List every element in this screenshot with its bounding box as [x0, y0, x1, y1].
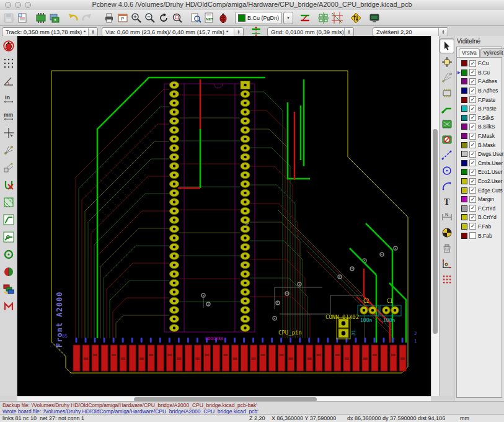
layer-visibility-checkbox[interactable]: ✓	[469, 106, 476, 112]
layer-selector[interactable]: B.Cu (PgDn)	[235, 12, 282, 24]
layer-row-margin[interactable]: ✓Margin	[457, 195, 502, 204]
component-j1[interactable]: J1	[337, 318, 356, 339]
layer-color-swatch[interactable]	[461, 169, 467, 175]
layer-visibility-checkbox[interactable]: ✓	[469, 123, 476, 130]
layer-visibility-checkbox[interactable]: ✓	[469, 187, 476, 194]
zoom-select[interactable]: Zvětšení 2,20 ▲▼	[373, 27, 448, 37]
pcb-canvas[interactable]: J1 C2 100n C1 100n Front A2000 CPU_pin C…	[17, 36, 431, 396]
layer-row-b-fab[interactable]: B.Fab	[457, 231, 502, 240]
layer-row-f-adhes[interactable]: ✓F.Adhes	[457, 77, 502, 86]
layer-row-eco1-user[interactable]: ✓Eco1.User	[457, 168, 502, 177]
layer-color-swatch[interactable]	[461, 223, 467, 230]
layer-visibility-checkbox[interactable]: ✓	[469, 60, 476, 67]
layers-manager-icon[interactable]	[2, 282, 15, 296]
layer-visibility-checkbox[interactable]: ✓	[469, 78, 476, 85]
route-track-icon[interactable]	[440, 102, 454, 115]
grid-origin-icon[interactable]	[440, 272, 454, 286]
find-icon[interactable]	[189, 11, 203, 25]
ratsnest-module-icon[interactable]	[2, 161, 15, 174]
vertical-scrollbar[interactable]	[431, 36, 440, 396]
canvas-mode-icon[interactable]	[368, 11, 381, 25]
add-dimension-icon[interactable]: N	[440, 210, 454, 224]
layer-color-swatch[interactable]	[461, 142, 467, 148]
add-circle-icon[interactable]	[440, 164, 454, 177]
grid-select[interactable]: Grid: 0,0100 mm (0,39 mils) ▲▼	[267, 27, 354, 37]
layer-visibility-checkbox[interactable]: ✓	[469, 205, 476, 212]
undo-icon[interactable]	[66, 11, 80, 25]
show-zones-icon[interactable]	[2, 195, 15, 209]
layer-visibility-checkbox[interactable]: ✓	[469, 133, 476, 140]
layer-row-b-mask[interactable]: ✓B.Mask	[457, 140, 502, 150]
layer-visibility-checkbox[interactable]: ✓	[469, 214, 476, 221]
layer-row-b-adhes[interactable]: ✓B.Adhes	[457, 86, 502, 96]
layer-color-swatch[interactable]	[461, 233, 467, 239]
layer-row-edge-cuts[interactable]: ✓Edge.Cuts	[457, 186, 502, 195]
auto-delete-track-icon[interactable]	[2, 178, 15, 192]
layer-visibility-checkbox[interactable]: ✓	[469, 114, 476, 121]
page-settings-icon[interactable]	[15, 11, 29, 25]
plot-icon[interactable]: P	[116, 11, 130, 25]
layer-color-swatch[interactable]	[461, 70, 467, 76]
delete-tool-icon[interactable]	[440, 241, 454, 255]
layer-color-swatch[interactable]	[461, 196, 467, 202]
redraw-icon[interactable]	[157, 11, 170, 25]
local-ratsnest-icon[interactable]	[440, 71, 454, 84]
layer-row-f-paste[interactable]: ✓F.Paste	[457, 95, 502, 104]
track-width-select[interactable]: Track: 0,350 mm (13,78 mils) * ▲▼	[2, 27, 98, 37]
zoom-out-icon[interactable]	[143, 11, 157, 25]
vias-sketch-icon[interactable]	[2, 248, 15, 261]
layer-visibility-checkbox[interactable]: ✓	[469, 196, 476, 203]
layer-color-swatch[interactable]	[461, 178, 467, 184]
layer-row-b-paste[interactable]: ✓B.Paste	[457, 104, 502, 114]
high-contrast-icon[interactable]	[2, 265, 15, 279]
drill-origin-icon[interactable]	[440, 257, 454, 271]
layer-row-f-fab[interactable]: ✓F.Fab	[457, 222, 502, 231]
layer-row-cmts-user[interactable]: ✓Cmts.User	[457, 159, 502, 168]
add-zone-icon[interactable]	[440, 117, 454, 131]
layer-row-f-cu[interactable]: ✓F.Cu	[457, 59, 502, 68]
autoroute-icon[interactable]	[349, 11, 363, 25]
layer-color-swatch[interactable]	[461, 187, 467, 194]
layer-color-swatch[interactable]	[461, 78, 467, 84]
layer-visibility-checkbox[interactable]: ✓	[469, 159, 476, 166]
vertical-scrollbar-thumb[interactable]	[433, 129, 438, 334]
units-inch-icon[interactable]: In	[2, 91, 15, 105]
redo-icon[interactable]	[80, 11, 94, 25]
layer-color-swatch[interactable]	[461, 133, 467, 139]
module-editor-icon[interactable]	[34, 11, 48, 25]
netlist-icon[interactable]: NET	[203, 11, 216, 25]
layer-visibility-checkbox[interactable]: ✓	[469, 151, 476, 158]
layer-visibility-checkbox[interactable]: ✓	[469, 169, 476, 176]
via-size-select[interactable]: Via: 0,60 mm (23,6 mils)/ 0,40 mm (15,7 …	[102, 27, 244, 37]
ratsnest-icon[interactable]	[330, 11, 344, 25]
layer-color-swatch[interactable]	[461, 115, 467, 121]
layer-color-swatch[interactable]	[461, 106, 467, 112]
module-viewer-icon[interactable]	[48, 11, 61, 25]
layer-color-swatch[interactable]	[461, 151, 467, 157]
module-grid-icon[interactable]	[317, 11, 330, 25]
track-display-icon[interactable]	[298, 11, 312, 25]
layer-color-swatch[interactable]	[461, 205, 467, 212]
pads-sketch-icon[interactable]	[2, 230, 15, 244]
layer-row-f-crtyd[interactable]: ✓F.CrtYd	[457, 204, 502, 213]
layer-visibility-checkbox[interactable]: ✓	[469, 223, 476, 230]
layer-color-swatch[interactable]	[461, 214, 467, 220]
layer-color-swatch[interactable]	[461, 97, 467, 103]
layer-row-f-silks[interactable]: ✓F.SilkS	[457, 114, 502, 123]
zoom-fit-icon[interactable]	[170, 11, 184, 25]
tab-vykreslit[interactable]: Vykreslit	[480, 48, 504, 57]
layer-row-eco2-user[interactable]: ✓Eco2.User	[457, 177, 502, 186]
layer-visibility-checkbox[interactable]	[469, 232, 476, 239]
tracks-sketch-icon[interactable]	[2, 213, 15, 227]
drc-off-icon[interactable]	[2, 39, 15, 53]
grid-visibility-icon[interactable]	[2, 56, 15, 70]
layer-color-swatch[interactable]	[461, 160, 467, 166]
layer-selector-dropdown[interactable]: ▼	[283, 12, 293, 24]
layer-row-b-cu[interactable]: ▶✓B.Cu	[457, 68, 502, 78]
add-line-icon[interactable]	[440, 148, 454, 162]
layer-visibility-checkbox[interactable]: ✓	[469, 69, 476, 76]
add-keepout-icon[interactable]	[440, 133, 454, 146]
add-arc-icon[interactable]	[440, 179, 454, 193]
layer-row-b-crtyd[interactable]: ✓B.CrtYd	[457, 213, 502, 222]
microwave-icon[interactable]	[2, 300, 15, 313]
